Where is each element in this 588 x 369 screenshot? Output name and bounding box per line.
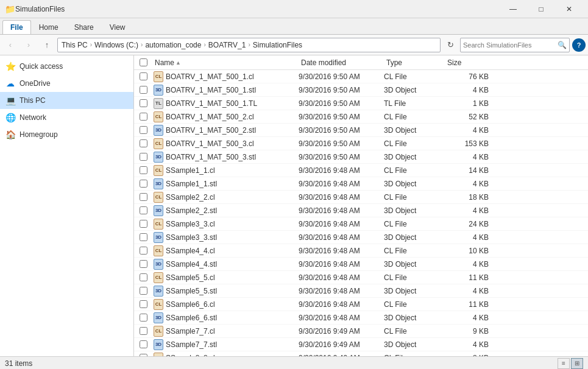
row-checkbox-8[interactable] [134,180,152,188]
file-size: 4 KB [445,86,494,94]
table-row[interactable]: CL SSample7_7.cl 9/30/2016 9:49 AM CL Fi… [134,325,588,338]
table-row[interactable]: 3D SSample4_4.stl 9/30/2016 9:48 AM 3D O… [134,258,588,271]
checkbox-7[interactable] [140,166,147,174]
table-row[interactable]: 3D BOATRV_1_MAT_500_2.stl 9/30/2016 9:50… [134,124,588,137]
sidebar-item-quick-access[interactable]: ⭐ Quick access [0,58,133,75]
tab-home[interactable]: Home [31,20,66,34]
checkbox-13[interactable] [140,247,147,255]
view-list-button[interactable]: ≡ [558,358,570,369]
back-button[interactable]: ‹ [2,37,18,53]
table-row[interactable]: CL SSample3_3.cl 9/30/2016 9:48 AM CL Fi… [134,217,588,231]
row-checkbox-10[interactable] [134,206,152,214]
table-row[interactable]: 3D BOATRV_1_MAT_500_3.stl 9/30/2016 9:50… [134,150,588,164]
tab-view[interactable]: View [102,20,133,34]
row-checkbox-13[interactable] [134,247,152,255]
up-button[interactable]: ↑ [39,37,55,53]
col-header-type[interactable]: Type [384,58,445,67]
table-row[interactable]: CL SSample8_8.cl 9/30/2016 9:49 AM CL Fi… [134,351,588,356]
checkbox-12[interactable] [140,233,147,241]
row-checkbox-9[interactable] [134,193,152,201]
table-row[interactable]: 3D SSample7_7.stl 9/30/2016 9:49 AM 3D O… [134,338,588,351]
table-row[interactable]: 3D SSample2_2.stl 9/30/2016 9:48 AM 3D O… [134,204,588,217]
refresh-button[interactable]: ↻ [443,38,458,52]
file-icon-8: 3D [152,178,165,190]
tab-share[interactable]: Share [66,20,102,34]
table-row[interactable]: CL SSample2_2.cl 9/30/2016 9:48 AM CL Fi… [134,191,588,204]
row-checkbox-15[interactable] [134,273,152,281]
checkbox-1[interactable] [140,86,147,94]
checkbox-0[interactable] [140,72,147,80]
table-row[interactable]: 3D SSample6_6.stl 9/30/2016 9:48 AM 3D O… [134,311,588,325]
checkbox-10[interactable] [140,206,147,214]
row-checkbox-21[interactable] [134,354,152,356]
table-row[interactable]: CL SSample1_1.cl 9/30/2016 9:48 AM CL Fi… [134,164,588,177]
table-row[interactable]: CL SSample4_4.cl 9/30/2016 9:48 AM CL Fi… [134,244,588,258]
checkbox-2[interactable] [140,99,147,107]
row-checkbox-12[interactable] [134,233,152,241]
checkbox-all[interactable] [140,58,147,66]
col-header-date[interactable]: Date modified [299,58,384,67]
row-checkbox-4[interactable] [134,126,152,134]
row-checkbox-6[interactable] [134,153,152,161]
row-checkbox-0[interactable] [134,72,152,80]
table-row[interactable]: CL BOATRV_1_MAT_500_2.cl 9/30/2016 9:50 … [134,110,588,124]
checkbox-9[interactable] [140,193,147,201]
view-details-button[interactable]: ⊞ [571,358,583,369]
checkbox-3[interactable] [140,113,147,121]
row-checkbox-1[interactable] [134,86,152,94]
maximize-button[interactable]: □ [527,0,555,18]
sidebar-item-thispc[interactable]: 💻 This PC [0,92,133,109]
row-checkbox-2[interactable] [134,99,152,107]
address-bar[interactable]: This PC › Windows (C:) › automation_code… [57,38,441,52]
close-button[interactable]: ✕ [555,0,583,18]
checkbox-19[interactable] [140,327,147,335]
table-row[interactable]: 3D SSample5_5.stl 9/30/2016 9:48 AM 3D O… [134,284,588,298]
row-checkbox-16[interactable] [134,287,152,295]
table-row[interactable]: CL BOATRV_1_MAT_500_1.cl 9/30/2016 9:50 … [134,70,588,83]
breadcrumb-this-pc[interactable]: This PC [62,41,88,49]
row-checkbox-5[interactable] [134,139,152,147]
select-all-checkbox[interactable] [134,58,152,66]
table-row[interactable]: 3D SSample3_3.stl 9/30/2016 9:48 AM 3D O… [134,231,588,244]
checkbox-11[interactable] [140,220,147,228]
search-input[interactable] [463,41,558,49]
forward-button[interactable]: › [21,37,37,53]
row-checkbox-19[interactable] [134,327,152,335]
sidebar-item-onedrive[interactable]: ☁ OneDrive [0,75,133,92]
checkbox-8[interactable] [140,180,147,188]
row-checkbox-18[interactable] [134,314,152,322]
checkbox-20[interactable] [140,340,147,348]
row-checkbox-3[interactable] [134,113,152,121]
row-checkbox-14[interactable] [134,260,152,268]
table-row[interactable]: TL BOATRV_1_MAT_500_1.TL 9/30/2016 9:50 … [134,97,588,110]
sidebar-item-homegroup[interactable]: 🏠 Homegroup [0,126,133,143]
checkbox-4[interactable] [140,126,147,134]
checkbox-18[interactable] [140,314,147,322]
col-header-size[interactable]: Size [445,58,494,67]
row-checkbox-17[interactable] [134,300,152,308]
table-row[interactable]: 3D BOATRV_1_MAT_500_1.stl 9/30/2016 9:50… [134,83,588,97]
table-row[interactable]: CL BOATRV_1_MAT_500_3.cl 9/30/2016 9:50 … [134,137,588,150]
row-checkbox-20[interactable] [134,340,152,348]
checkbox-21[interactable] [140,354,147,356]
col-header-name[interactable]: Name ▲ [152,58,299,67]
minimize-button[interactable]: — [499,0,527,18]
checkbox-14[interactable] [140,260,147,268]
tab-file[interactable]: File [2,20,31,34]
table-row[interactable]: CL SSample6_6.cl 9/30/2016 9:48 AM CL Fi… [134,298,588,311]
file-name: SSample2_2.cl [166,193,299,202]
checkbox-15[interactable] [140,273,147,281]
table-row[interactable]: 3D SSample1_1.stl 9/30/2016 9:48 AM 3D O… [134,177,588,191]
breadcrumb-boatrv1[interactable]: BOATRV_1 [208,41,246,49]
checkbox-16[interactable] [140,287,147,295]
checkbox-17[interactable] [140,300,147,308]
checkbox-6[interactable] [140,153,147,161]
sidebar-item-network[interactable]: 🌐 Network [0,109,133,126]
table-row[interactable]: CL SSample5_5.cl 9/30/2016 9:48 AM CL Fi… [134,271,588,284]
row-checkbox-7[interactable] [134,166,152,174]
help-button[interactable]: ? [572,38,586,52]
breadcrumb-windows-c[interactable]: Windows (C:) [94,41,138,49]
row-checkbox-11[interactable] [134,220,152,228]
breadcrumb-automation-code[interactable]: automation_code [145,41,201,49]
checkbox-5[interactable] [140,139,147,147]
